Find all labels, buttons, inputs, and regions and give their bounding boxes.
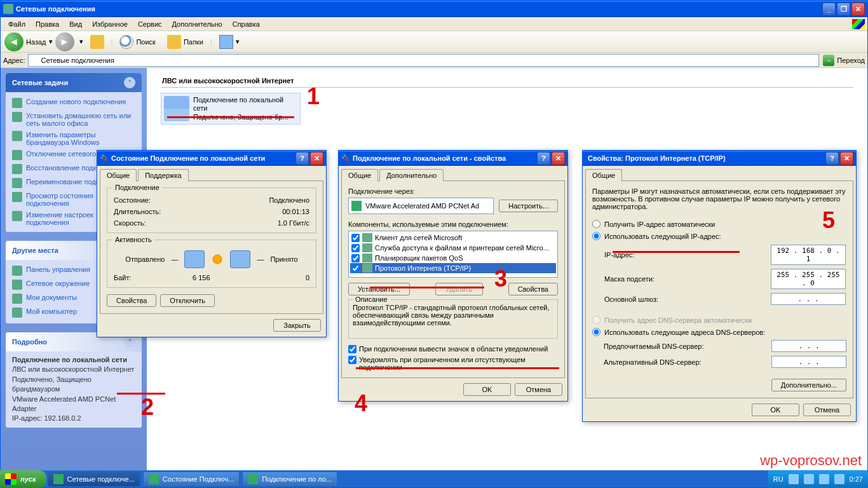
back-dropdown-icon[interactable]: ▾ bbox=[49, 37, 53, 46]
radio-auto-dns: Получить адрес DNS-сервера автоматически bbox=[592, 314, 846, 326]
details-panel: Подробно ˄ Подключение по локальной сети… bbox=[6, 332, 142, 428]
ok-button[interactable]: OK bbox=[463, 383, 511, 396]
tcpip-dialog: Свойства: Протокол Интернета (TCP/IP) ? … bbox=[582, 150, 857, 422]
addressbar: Адрес: → Переход bbox=[1, 53, 867, 68]
duration-value: 00:01:13 bbox=[282, 208, 309, 215]
address-label: Адрес: bbox=[3, 57, 25, 64]
radio-auto-ip[interactable]: Получить IP-адрес автоматически bbox=[592, 218, 846, 230]
components-listbox[interactable]: Клиент для сетей Microsoft Служба доступ… bbox=[348, 231, 558, 278]
go-button[interactable]: → Переход bbox=[823, 55, 865, 66]
close-button[interactable]: ✕ bbox=[552, 152, 565, 165]
close-button[interactable]: ✕ bbox=[840, 152, 853, 165]
dns1-input[interactable]: . . . bbox=[771, 340, 846, 352]
help-button[interactable]: ? bbox=[537, 152, 550, 165]
activity-icon bbox=[211, 254, 224, 265]
menu-tools[interactable]: Сервис bbox=[133, 19, 167, 29]
list-item[interactable]: Клиент для сетей Microsoft bbox=[350, 233, 556, 243]
help-button[interactable]: ? bbox=[295, 152, 309, 165]
annotation-4-underline bbox=[356, 367, 559, 369]
activity-groupbox: Активность Отправлено — — Принято Байт: … bbox=[107, 240, 316, 288]
menu-favorites[interactable]: Избранное bbox=[87, 19, 133, 29]
details-status: Подключено, Защищено брандмауэром bbox=[12, 376, 92, 393]
speed-value: 1.0 Гбит/с bbox=[278, 219, 309, 227]
remove-button[interactable]: Удалить bbox=[435, 283, 483, 295]
folders-button[interactable]: Папки bbox=[163, 33, 208, 51]
close-button[interactable]: Закрыть bbox=[273, 319, 321, 332]
annotation-1-underline bbox=[167, 116, 294, 118]
properties-titlebar[interactable]: 🔌 Подключение по локальной сети - свойст… bbox=[339, 151, 567, 166]
details-conn-name: Подключение по локальной сети bbox=[12, 356, 127, 363]
radio-manual-dns[interactable]: Использовать следующие адреса DNS-сервер… bbox=[592, 326, 846, 338]
menu-help[interactable]: Справка bbox=[227, 19, 265, 29]
taskbar-item[interactable]: Состояние Подключ... bbox=[143, 471, 240, 487]
adapter-box: VMware Accelerated AMD PCNet Ad bbox=[348, 198, 494, 214]
menu-file[interactable]: Файл bbox=[3, 19, 31, 29]
back-label: Назад bbox=[26, 38, 46, 46]
tab-support[interactable]: Поддержка bbox=[138, 169, 188, 181]
cancel-button[interactable]: Отмена bbox=[515, 383, 562, 396]
window-title: Сетевые подключения bbox=[16, 5, 822, 13]
search-button[interactable]: Поиск bbox=[115, 33, 159, 51]
close-button[interactable]: ✕ bbox=[310, 152, 323, 165]
list-item-tcpip[interactable]: Протокол Интернета (TCP/IP) bbox=[350, 263, 556, 273]
list-item[interactable]: Планировщик пакетов QoS bbox=[350, 253, 556, 263]
configure-button[interactable]: Настроить... bbox=[499, 200, 558, 212]
clock[interactable]: 0:27 bbox=[850, 475, 863, 483]
list-item[interactable]: Служба доступа к файлам и принтерам сете… bbox=[350, 243, 556, 253]
dns2-input[interactable]: . . . bbox=[771, 356, 846, 368]
minimize-button[interactable]: _ bbox=[822, 3, 836, 16]
watermark: wp-voprosov.net bbox=[760, 452, 862, 469]
language-indicator[interactable]: RU bbox=[773, 475, 783, 483]
install-button[interactable]: Установить... bbox=[348, 283, 410, 295]
back-button[interactable]: ◄ bbox=[4, 32, 24, 51]
lan-connection-item[interactable]: Подключение по локальной сети Подключено… bbox=[161, 93, 301, 125]
chevron-up-icon[interactable]: ˄ bbox=[124, 77, 135, 88]
close-button[interactable]: ✕ bbox=[851, 3, 865, 16]
dialog-icon: 🔌 bbox=[341, 154, 350, 163]
up-button[interactable] bbox=[86, 33, 109, 51]
connection-groupbox: Подключение Состояние:Подключено Длитель… bbox=[107, 187, 316, 233]
ip-input[interactable]: 192 . 168 . 0 . 1 bbox=[771, 245, 846, 265]
tab-advanced[interactable]: Дополнительно bbox=[379, 169, 444, 181]
radio-manual-ip[interactable]: Использовать следующий IP-адрес: bbox=[592, 230, 846, 242]
cancel-button[interactable]: Отмена bbox=[803, 403, 851, 416]
mask-input[interactable]: 255 . 255 . 255 . 0 bbox=[771, 269, 846, 289]
maximize-button[interactable]: ❐ bbox=[837, 3, 850, 16]
tray-icon[interactable] bbox=[819, 474, 829, 484]
tray-icon[interactable] bbox=[834, 474, 844, 484]
tray-icon[interactable] bbox=[804, 474, 814, 484]
details-adapter: VMware Accelerated AMD PCNet Adapter bbox=[12, 395, 116, 412]
menu-advanced[interactable]: Дополнительно bbox=[167, 19, 227, 29]
menu-edit[interactable]: Правка bbox=[31, 19, 64, 29]
tab-general[interactable]: Общие bbox=[585, 169, 622, 182]
tab-general[interactable]: Общие bbox=[100, 169, 137, 182]
views-button[interactable]: ▾ bbox=[215, 33, 244, 51]
address-input[interactable] bbox=[28, 54, 820, 67]
tray-icon[interactable] bbox=[789, 474, 799, 484]
task-new-connection[interactable]: Создание нового подключения bbox=[12, 96, 135, 110]
task-home-network[interactable]: Установить домашнюю сеть или сеть малого… bbox=[12, 110, 135, 129]
sent-bytes: 6 156 bbox=[132, 274, 271, 281]
component-properties-button[interactable]: Свойства bbox=[508, 283, 558, 295]
taskbar-item[interactable]: Сетевые подключе... bbox=[48, 471, 140, 487]
help-button[interactable]: ? bbox=[825, 152, 839, 165]
disable-button[interactable]: Отключить bbox=[160, 294, 215, 307]
taskbar-item[interactable]: Подключение по ло... bbox=[242, 471, 337, 487]
notify-checkbox[interactable]: При подключении вывести значок в области… bbox=[348, 345, 558, 353]
titlebar[interactable]: Сетевые подключения _ ❐ ✕ bbox=[1, 1, 867, 17]
windows-flag-icon bbox=[852, 19, 865, 29]
menu-view[interactable]: Вид bbox=[64, 19, 87, 29]
task-firewall[interactable]: Изменить параметры брандмауэра Windows bbox=[12, 129, 135, 148]
ok-button[interactable]: OK bbox=[752, 403, 799, 416]
advanced-button[interactable]: Дополнительно... bbox=[771, 379, 846, 391]
properties-button[interactable]: Свойства bbox=[107, 294, 156, 307]
system-tray: RU 0:27 bbox=[768, 470, 868, 488]
gateway-input[interactable]: . . . bbox=[771, 293, 846, 305]
chevron-up-icon[interactable]: ˄ bbox=[124, 336, 135, 348]
start-button[interactable]: пуск bbox=[0, 470, 46, 488]
tcpip-titlebar[interactable]: Свойства: Протокол Интернета (TCP/IP) ? … bbox=[583, 151, 856, 166]
network-tasks-header[interactable]: Сетевые задачи ˄ bbox=[6, 73, 142, 92]
forward-button[interactable]: ► bbox=[55, 32, 74, 51]
status-titlebar[interactable]: 🔌 Состояние Подключение по локальной сет… bbox=[97, 151, 326, 166]
tab-general[interactable]: Общие bbox=[341, 169, 378, 182]
